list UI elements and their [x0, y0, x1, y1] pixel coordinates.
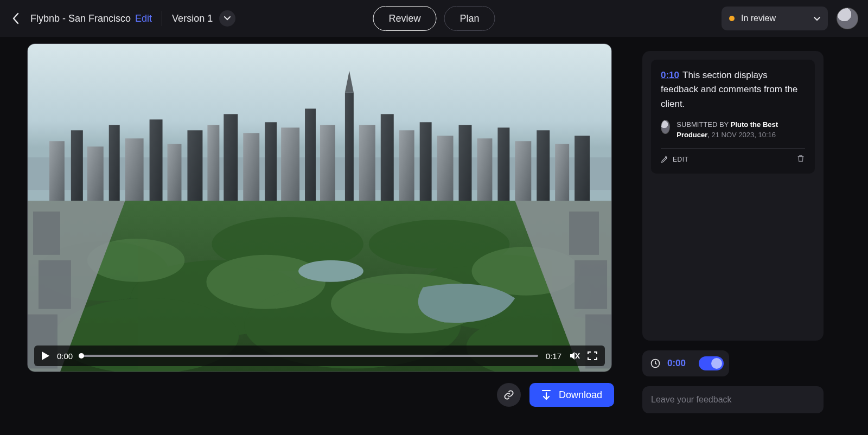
feedback-panel: 0:10This section displays feedback and c…: [642, 43, 824, 435]
submitted-by-label: SUBMITTED BY: [676, 120, 729, 129]
svg-rect-46: [33, 212, 60, 255]
video-player[interactable]: 0:00 0:17: [27, 43, 612, 372]
tab-plan[interactable]: Plan: [444, 6, 495, 31]
duration: 0:17: [546, 351, 561, 361]
comment-edit-button[interactable]: EDIT: [661, 156, 688, 163]
download-icon: [541, 389, 551, 400]
fullscreen-button[interactable]: [588, 351, 597, 360]
svg-rect-11: [224, 114, 238, 201]
version-selector[interactable]: Version 1: [172, 10, 235, 27]
clock-icon: [650, 358, 661, 369]
copy-link-button[interactable]: [497, 383, 521, 407]
svg-rect-3: [71, 130, 83, 201]
divider: [162, 11, 162, 26]
svg-rect-30: [575, 136, 590, 201]
chevron-down-icon: [814, 14, 820, 23]
svg-marker-52: [42, 351, 49, 360]
play-icon: [42, 351, 49, 360]
svg-rect-5: [109, 125, 120, 201]
svg-rect-12: [243, 133, 259, 201]
volume-muted-icon: [569, 351, 580, 361]
svg-point-40: [206, 255, 326, 309]
svg-rect-24: [459, 125, 472, 201]
svg-rect-26: [497, 127, 509, 201]
version-dropdown-button[interactable]: [219, 10, 235, 27]
comment-edit-label: EDIT: [673, 156, 688, 163]
video-controls: 0:00 0:17: [34, 346, 605, 366]
svg-rect-9: [187, 130, 202, 201]
svg-rect-22: [420, 122, 432, 201]
comment-text: This section displays feedback and comme…: [661, 70, 797, 109]
status-dot-icon: [729, 16, 735, 21]
svg-rect-6: [125, 138, 144, 201]
comment-list: 0:10This section displays feedback and c…: [642, 51, 824, 341]
svg-rect-4: [87, 146, 104, 201]
svg-rect-10: [207, 125, 219, 201]
compose-timestamp: 0:00: [667, 358, 686, 369]
svg-rect-13: [265, 122, 277, 201]
svg-rect-19: [359, 125, 375, 201]
magic-edit-icon: [661, 156, 668, 163]
svg-rect-21: [399, 130, 414, 201]
svg-rect-7: [150, 119, 163, 201]
right-cluster: In review: [722, 7, 858, 30]
svg-rect-28: [537, 130, 550, 201]
svg-rect-8: [168, 144, 182, 201]
svg-rect-17: [345, 92, 354, 201]
comment-actions: EDIT: [661, 148, 805, 165]
svg-rect-27: [515, 141, 531, 201]
comment-timestamp-link[interactable]: 0:10: [661, 70, 679, 80]
status-selector[interactable]: In review: [722, 7, 828, 30]
comment-body: 0:10This section displays feedback and c…: [661, 68, 805, 111]
svg-rect-15: [305, 108, 316, 201]
current-time: 0:00: [57, 351, 73, 361]
svg-rect-23: [437, 136, 454, 201]
version-label: Version 1: [172, 13, 213, 24]
status-label: In review: [741, 14, 776, 23]
fullscreen-icon: [588, 351, 597, 360]
tab-review[interactable]: Review: [373, 6, 436, 31]
svg-rect-47: [39, 260, 71, 309]
chevron-left-icon: [12, 12, 20, 24]
svg-rect-49: [569, 212, 599, 255]
mute-button[interactable]: [569, 351, 580, 361]
topbar: Flybnb - San Francisco Edit Version 1 Re…: [0, 0, 868, 37]
timestamp-toggle: 0:00: [642, 350, 729, 376]
user-avatar[interactable]: [837, 8, 858, 29]
chevron-down-icon: [224, 16, 231, 21]
svg-rect-14: [281, 127, 299, 201]
back-button[interactable]: [10, 12, 22, 24]
title-block: Flybnb - San Francisco Edit: [30, 13, 152, 24]
actions-row: Download: [27, 383, 614, 407]
project-title: Flybnb - San Francisco: [30, 13, 131, 24]
svg-rect-25: [477, 138, 492, 201]
svg-rect-2: [49, 141, 65, 201]
content: 0:00 0:17 Download: [0, 37, 868, 435]
comment-card: 0:10This section displays feedback and c…: [651, 60, 815, 174]
title-edit-link[interactable]: Edit: [135, 13, 152, 24]
download-button[interactable]: Download: [529, 383, 614, 407]
comment-delete-button[interactable]: [796, 154, 805, 165]
link-icon: [503, 389, 514, 400]
feedback-placeholder: Leave your feedback: [651, 395, 732, 405]
comment-date: 21 NOV 2023, 10:16: [712, 131, 776, 139]
comment-author-avatar: [661, 120, 670, 134]
comment-meta-text: SUBMITTED BY Pluto the Best Producer, 21…: [676, 120, 805, 140]
seek-bar[interactable]: [80, 355, 538, 357]
comment-meta: SUBMITTED BY Pluto the Best Producer, 21…: [661, 120, 805, 140]
feedback-input[interactable]: Leave your feedback: [642, 386, 824, 413]
trash-icon: [796, 154, 805, 163]
download-label: Download: [559, 389, 602, 401]
mode-tabs: Review Plan: [373, 6, 495, 31]
svg-rect-20: [381, 114, 394, 201]
main-column: 0:00 0:17 Download: [27, 43, 614, 435]
svg-rect-29: [555, 144, 569, 201]
svg-point-43: [298, 260, 363, 282]
svg-rect-16: [320, 125, 335, 201]
video-thumbnail: [28, 44, 611, 372]
svg-rect-50: [575, 260, 607, 309]
play-button[interactable]: [42, 351, 49, 360]
timestamp-switch[interactable]: [699, 356, 724, 370]
